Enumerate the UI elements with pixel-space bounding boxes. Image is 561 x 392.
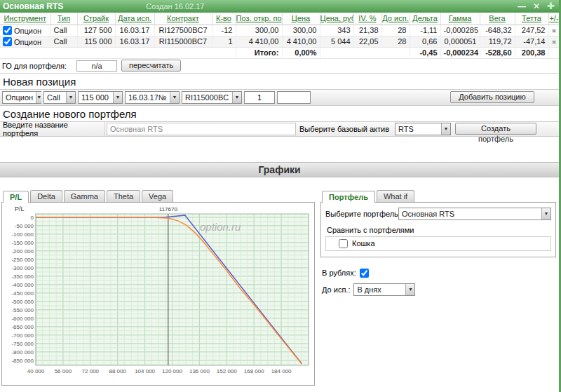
col-plusminus[interactable]: +/- (548, 13, 560, 25)
portfolio-select[interactable]: Основная RTS▼ (398, 208, 551, 220)
svg-text:-200 000: -200 000 (11, 248, 34, 254)
expiry-select[interactable]: 16.03.17№▼ (125, 91, 180, 104)
chart-panel: P/L Delta Gamma Theta Vega 117670option.… (1, 189, 316, 386)
add-portfolio-icon[interactable]: ✚ (547, 1, 555, 11)
select-portfolio-label: Выберите портфель (325, 210, 398, 218)
rubles-label: В рублях: (322, 269, 356, 277)
svg-text:-600 000: -600 000 (11, 315, 34, 321)
cell-contract: RI115000BC7 (154, 36, 212, 47)
col-exp-date[interactable]: Дата исп. (115, 13, 154, 25)
tab-gamma[interactable]: Gamma (64, 190, 105, 202)
chart-tabs: P/L Delta Gamma Theta Vega (3, 189, 316, 202)
cell-days: 28 (381, 36, 410, 47)
chevron-down-icon: ▼ (232, 92, 241, 103)
rubles-checkbox[interactable] (360, 269, 369, 278)
svg-text:120 000: 120 000 (162, 368, 182, 374)
strike-select[interactable]: 115 000▼ (78, 91, 123, 104)
cell-qty: -12 (212, 25, 236, 36)
svg-text:104 000: 104 000 (135, 368, 155, 374)
create-portfolio-button[interactable]: Создать портфель (455, 123, 536, 135)
price-input[interactable] (277, 91, 311, 104)
positions-table: Инструмент Тип Страйк Дата исп. Контракт… (0, 13, 560, 59)
days-select[interactable]: В днях▼ (353, 283, 415, 296)
cell-contract: RI127500BC7 (154, 25, 212, 36)
col-delta[interactable]: Дельта (410, 13, 440, 25)
svg-text:-450 000: -450 000 (11, 290, 34, 296)
close-icon[interactable]: ✕ (533, 1, 540, 11)
chevron-down-icon: ▼ (113, 92, 122, 103)
col-days[interactable]: До исп. (381, 13, 410, 25)
tab-whatif[interactable]: What if (377, 190, 414, 202)
minimize-icon[interactable]: — (518, 1, 526, 11)
chevron-down-icon: ▼ (405, 284, 414, 295)
table-header-row: Инструмент Тип Страйк Дата исп. Контракт… (0, 13, 560, 25)
instrument-select[interactable]: Опцион▼ (2, 91, 41, 104)
recalculate-button[interactable]: пересчитать (121, 60, 181, 72)
tab-pl[interactable]: P/L (3, 191, 29, 203)
portfolio-panel: Портфель What if Выберите портфель Основ… (320, 189, 556, 386)
charts-section-title: Графики (0, 162, 559, 177)
cell-exp-date: 16.03.17 (115, 36, 154, 47)
cell-open-pos: 4 410,00 (236, 36, 282, 47)
cell-price: 4 410,00 (282, 36, 320, 47)
qty-input[interactable] (244, 91, 275, 104)
col-strike[interactable]: Страйк (77, 13, 115, 25)
display-options: В рублях: До исп.: В днях▼ (320, 269, 556, 296)
col-price[interactable]: Цена (282, 13, 320, 25)
cell-price-rub: 5 044 (320, 36, 353, 47)
row-checkbox[interactable] (3, 26, 12, 35)
contract-select[interactable]: RI115000BC▼ (182, 91, 242, 104)
col-open-pos[interactable]: Поз. откр. по (236, 13, 282, 25)
base-asset-select[interactable]: RTS▼ (395, 123, 451, 135)
chevron-down-icon: ▼ (66, 92, 75, 103)
svg-text:-300 000: -300 000 (11, 264, 34, 271)
compare-checkbox[interactable] (339, 239, 348, 248)
delete-row-icon[interactable]: ✖ (552, 39, 557, 46)
cell-vega: -648,32 (480, 25, 515, 36)
portfolio-name-input[interactable] (107, 123, 296, 135)
margin-row: ГО для портфеля: n/a пересчитать (0, 59, 559, 74)
col-gamma[interactable]: Гамма (440, 13, 480, 25)
col-vega[interactable]: Вега (480, 13, 515, 25)
tab-delta[interactable]: Delta (30, 190, 62, 202)
totals-delta: -0,45 (410, 47, 440, 58)
svg-text:-850 000: -850 000 (11, 357, 34, 363)
tab-portfolio[interactable]: Портфель (322, 191, 375, 203)
new-portfolio-form: Введите название портфеля Выберите базов… (0, 121, 559, 137)
add-position-button[interactable]: Добавить позицию (450, 91, 534, 103)
col-price-rub[interactable]: Цена, руб. (320, 13, 353, 25)
compare-list: Кошка (325, 236, 551, 251)
svg-text:-350 000: -350 000 (11, 273, 34, 279)
tab-vega[interactable]: Vega (142, 190, 173, 202)
chevron-down-icon: ▼ (170, 92, 179, 103)
svg-text:P/L: P/L (15, 205, 25, 212)
tab-theta[interactable]: Theta (107, 190, 140, 202)
svg-text:-750 000: -750 000 (11, 340, 34, 346)
svg-text:-250 000: -250 000 (11, 256, 34, 262)
pl-chart: 117670option.ru0-50 000-100 000-150 000-… (4, 204, 313, 381)
col-instrument[interactable]: Инструмент (0, 13, 50, 25)
compare-item-label: Кошка (352, 239, 375, 248)
chart-box: 117670option.ru0-50 000-100 000-150 000-… (1, 202, 315, 386)
col-qty[interactable]: К-во (212, 13, 236, 25)
col-contract[interactable]: Контракт (154, 13, 212, 25)
cell-type: Call (50, 36, 77, 47)
type-select[interactable]: Call▼ (43, 91, 76, 104)
col-theta[interactable]: Тетта (515, 13, 548, 25)
svg-text:56 000: 56 000 (55, 368, 72, 374)
totals-theta: 200,38 (515, 47, 548, 58)
totals-percent: 0,00% (282, 47, 320, 58)
row-checkbox[interactable] (3, 37, 12, 46)
col-type[interactable]: Тип (50, 13, 77, 25)
cell-theta: -47,14 (515, 36, 548, 47)
svg-text:-400 000: -400 000 (11, 281, 34, 288)
cell-delta: -1,11 (410, 25, 440, 36)
compare-label: Сравнить с портфелями (327, 226, 551, 234)
col-iv[interactable]: IV. % (353, 13, 381, 25)
svg-text:0: 0 (31, 214, 34, 220)
cell-gamma: -0,000285 (440, 25, 480, 36)
chevron-down-icon: ▼ (541, 208, 550, 219)
svg-text:40 000: 40 000 (27, 368, 45, 374)
delete-row-icon[interactable]: ✖ (552, 28, 557, 34)
cell-strike: 127 500 (77, 25, 115, 36)
